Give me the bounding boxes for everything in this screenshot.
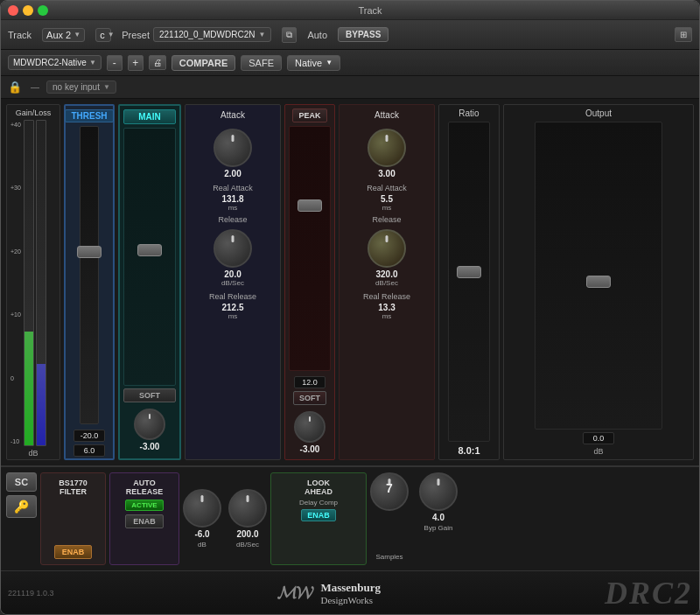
thresh-fader-track[interactable] — [80, 126, 99, 424]
title-text: Track — [358, 5, 382, 16]
meter-scale: +40 +30 +20 +10 0 -10 — [10, 120, 21, 446]
knob1-item: -6.0 dB — [183, 489, 221, 549]
copy-button[interactable]: ⧉ — [282, 27, 297, 43]
peak-section: PEAK 12.0 SOFT -3.00 — [284, 104, 335, 460]
soft-button-main[interactable]: SOFT — [123, 388, 176, 402]
real-release-unit: ms — [228, 312, 238, 320]
peak-button[interactable]: PEAK — [292, 108, 326, 122]
key-input-selector[interactable]: no key input ▼ — [46, 80, 116, 94]
bs1770-enab-button[interactable]: ENAB — [54, 545, 93, 559]
main-button[interactable]: MAIN — [123, 109, 176, 124]
bypass-button[interactable]: BYPASS — [338, 27, 388, 42]
output-label: Output — [585, 108, 612, 118]
look-ahead-section: LOOK AHEAD Delay Comp ENAB — [270, 472, 367, 565]
meter-bars — [24, 120, 56, 446]
scale-30: +30 — [10, 185, 21, 191]
logo-icon: 𝓜𝓦 — [277, 583, 313, 603]
peak-value[interactable]: 12.0 — [294, 376, 326, 388]
main-window: Track Track Aux 2 ▼ c ▼ Preset 221120_0_… — [0, 0, 700, 615]
key-button[interactable]: 🔑 — [6, 495, 37, 518]
ratio-value[interactable]: 8.0:1 — [458, 445, 480, 456]
real-attack-peak-value: 5.5 — [381, 194, 393, 204]
auto-release-enab-button[interactable]: ENAB — [125, 514, 164, 528]
release-knob[interactable] — [214, 229, 252, 268]
native-label: Native — [295, 58, 322, 68]
plugin-name: MDWDRC2-Native — [13, 58, 87, 67]
knob1[interactable] — [183, 489, 221, 528]
track-value: Aux 2 — [46, 30, 71, 40]
minus-button[interactable]: - — [107, 55, 122, 71]
compare-button[interactable]: COMPARE — [172, 55, 235, 71]
output-fader-handle[interactable] — [586, 276, 611, 288]
auto-release-section: AUTO RELEASE ACTIVE ENAB — [109, 472, 179, 565]
key-input-arrow: ▼ — [103, 83, 110, 91]
samples-value: 7 — [386, 481, 393, 495]
real-attack-peak-label: Real Attack — [367, 184, 407, 192]
key-bar: 🔒 — no key input ▼ — [1, 76, 699, 99]
byp-gain-item: 4.0 Byp Gain — [419, 472, 458, 565]
sc-button[interactable]: SC — [6, 472, 37, 492]
preset-dropdown[interactable]: 221120_0_MDWDRC2N ▼ — [153, 27, 271, 42]
main-fader-handle[interactable] — [137, 244, 162, 256]
real-release-peak-value: 13.3 — [378, 303, 395, 312]
native-button[interactable]: Native ▼ — [287, 55, 340, 71]
channel-selector[interactable]: c ▼ — [95, 28, 111, 42]
track-selector[interactable]: Aux 2 ▼ — [42, 28, 85, 42]
ratio-fader-handle[interactable] — [457, 266, 481, 278]
release-peak-knob[interactable] — [368, 229, 406, 268]
real-attack-peak-unit: ms — [382, 204, 392, 212]
knob1-value: -6.0 — [194, 529, 209, 539]
soft-button-peak[interactable]: SOFT — [293, 391, 326, 405]
attack-peak-knob[interactable] — [368, 129, 406, 167]
preset-arrow-icon: ▼ — [258, 31, 265, 38]
active-badge: ACTIVE — [125, 500, 163, 511]
auto-label: Auto — [307, 30, 327, 40]
plugin-selector[interactable]: MDWDRC2-Native ▼ — [8, 55, 102, 70]
release-peak-knob-container: 320.0 dB/Sec — [368, 229, 406, 287]
main-makeup-knob[interactable] — [134, 409, 165, 440]
ratio-fader-track[interactable] — [448, 122, 490, 442]
attack-peak-title: Attack — [374, 110, 399, 120]
minimize-button[interactable] — [23, 5, 33, 16]
peak-fader-handle[interactable] — [298, 199, 322, 212]
key-icon: 🔑 — [14, 500, 29, 514]
look-ahead-enab-button[interactable]: ENAB — [301, 509, 336, 521]
attack-main-knob-value: 2.00 — [224, 169, 241, 178]
thresh-section: THRESH -20.0 6.0 — [64, 104, 115, 460]
plus-button[interactable]: + — [128, 55, 144, 71]
real-attack-label: Real Attack — [213, 184, 253, 192]
thresh-value[interactable]: -20.0 — [74, 430, 105, 442]
gain-loss-label: Gain/Loss — [16, 108, 52, 117]
samples-label: Samples — [375, 553, 402, 561]
output-value[interactable]: 0.0 — [583, 432, 614, 444]
track-label: Track — [8, 30, 32, 40]
peak-makeup-knob[interactable] — [294, 411, 326, 443]
thresh-fader-value[interactable]: 6.0 — [74, 444, 105, 457]
gain-loss-db: dB — [28, 449, 38, 458]
peak-fader-track[interactable] — [289, 126, 331, 371]
attack-main-knob[interactable] — [214, 129, 252, 167]
print-button[interactable]: 🖨 — [149, 55, 166, 70]
byp-gain-knob[interactable] — [419, 472, 458, 511]
attack-peak-knob-value: 3.00 — [378, 169, 395, 178]
output-fader-track[interactable] — [535, 122, 662, 430]
samples-knob-item: 7 Samples — [370, 472, 409, 565]
safe-button[interactable]: SAFE — [241, 55, 282, 71]
main-fader-track[interactable] — [123, 128, 176, 386]
gain-loss-section: Gain/Loss +40 +30 +20 +10 0 -10 — [6, 104, 60, 460]
meter-fill-2 — [37, 364, 46, 445]
preset-value: 221120_0_MDWDRC2N — [159, 30, 256, 39]
knob2-item: 200.0 dB/Sec — [228, 489, 267, 549]
logo-sub: DesignWorks — [320, 595, 381, 605]
drc2-text: DRC2 — [605, 575, 692, 612]
scale-m10: -10 — [10, 438, 21, 444]
bottom-section: SC 🔑 BS1770 FILTER ENAB AUTO RELEASE ACT… — [1, 465, 699, 570]
version-text: 221119 1.0.3 — [8, 589, 54, 598]
thresh-fader-handle[interactable] — [77, 246, 102, 258]
window-button[interactable]: ⊞ — [675, 27, 692, 42]
release-peak-knob-value: 320.0 — [375, 269, 397, 279]
close-button[interactable] — [8, 5, 18, 16]
scale-0: 0 — [10, 375, 21, 381]
maximize-button[interactable] — [38, 5, 48, 16]
knob2[interactable] — [228, 489, 267, 528]
